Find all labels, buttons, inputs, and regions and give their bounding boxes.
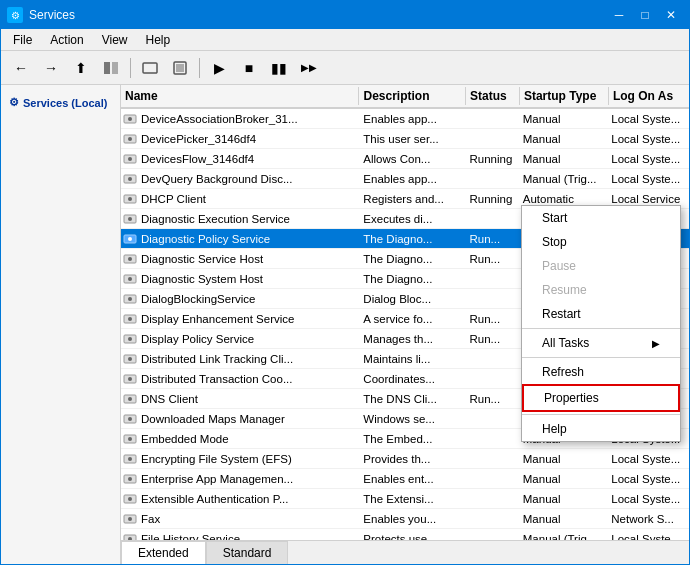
tabs-bar: Extended Standard [121, 540, 689, 564]
close-button[interactable]: ✕ [659, 5, 683, 25]
service-icon [121, 390, 139, 408]
restart-button[interactable]: ▶▶ [295, 55, 323, 81]
svg-point-44 [128, 497, 132, 501]
table-row[interactable]: Encrypting File System (EFS)Provides th.… [121, 449, 689, 469]
table-row[interactable]: DevicePicker_3146df4This user ser...Manu… [121, 129, 689, 149]
svg-point-12 [128, 177, 132, 181]
svg-point-14 [128, 197, 132, 201]
title-bar: ⚙ Services ─ □ ✕ [1, 1, 689, 29]
service-description: Windows se... [361, 413, 467, 425]
service-name: DHCP Client [139, 193, 361, 205]
context-menu-item-label: Start [542, 211, 567, 225]
forward-button[interactable]: → [37, 55, 65, 81]
context-menu-item-help[interactable]: Help [522, 417, 680, 441]
col-header-logon[interactable]: Log On As [609, 87, 689, 105]
col-header-name[interactable]: Name [121, 87, 359, 105]
table-row[interactable]: DevQuery Background Disc...Enables app..… [121, 169, 689, 189]
service-logon: Local Service [609, 193, 689, 205]
service-name: Encrypting File System (EFS) [139, 453, 361, 465]
context-menu-item-pause: Pause [522, 254, 680, 278]
col-header-startup[interactable]: Startup Type [520, 87, 609, 105]
service-description: The Diagno... [361, 253, 467, 265]
menu-help[interactable]: Help [138, 31, 179, 48]
svg-point-32 [128, 377, 132, 381]
service-name: DevicePicker_3146df4 [139, 133, 361, 145]
service-description: Executes di... [361, 213, 467, 225]
service-startup-type: Manual [521, 493, 610, 505]
context-menu-item-label: Resume [542, 283, 587, 297]
service-logon: Local Syste... [609, 113, 689, 125]
pause-button[interactable]: ▮▮ [265, 55, 293, 81]
service-startup-type: Manual [521, 473, 610, 485]
maximize-button[interactable]: □ [633, 5, 657, 25]
svg-point-40 [128, 457, 132, 461]
console2-button[interactable] [166, 55, 194, 81]
context-menu-item-label: Stop [542, 235, 567, 249]
service-name: DNS Client [139, 393, 361, 405]
service-status: Run... [467, 233, 520, 245]
svg-point-26 [128, 317, 132, 321]
service-icon [121, 250, 139, 268]
table-row[interactable]: File History ServiceProtects use...Manua… [121, 529, 689, 540]
col-header-status[interactable]: Status [466, 87, 520, 105]
service-icon [121, 230, 139, 248]
menu-file[interactable]: File [5, 31, 40, 48]
service-icon [121, 470, 139, 488]
service-startup-type: Automatic [521, 193, 610, 205]
col-header-desc[interactable]: Description [359, 87, 466, 105]
service-description: Manages th... [361, 333, 467, 345]
window-title: Services [29, 8, 75, 22]
sidebar-item-services-local[interactable]: ⚙ Services (Local) [5, 93, 116, 112]
svg-point-24 [128, 297, 132, 301]
stop-button[interactable]: ■ [235, 55, 263, 81]
service-description: Coordinates... [361, 373, 467, 385]
service-description: The Embed... [361, 433, 467, 445]
context-menu-item-restart[interactable]: Restart [522, 302, 680, 326]
service-description: Protects use... [361, 533, 467, 541]
table-row[interactable]: DeviceAssociationBroker_31...Enables app… [121, 109, 689, 129]
context-menu-item-refresh[interactable]: Refresh [522, 360, 680, 384]
play-button[interactable]: ▶ [205, 55, 233, 81]
service-startup-type: Manual (Trig... [521, 173, 610, 185]
svg-rect-1 [112, 62, 118, 74]
service-description: Maintains li... [361, 353, 467, 365]
service-startup-type: Manual [521, 133, 610, 145]
service-name: Embedded Mode [139, 433, 361, 445]
svg-point-8 [128, 137, 132, 141]
show-hide-button[interactable] [97, 55, 125, 81]
service-icon [121, 370, 139, 388]
context-menu-item-properties[interactable]: Properties [522, 384, 680, 412]
services-window: ⚙ Services ─ □ ✕ File Action View Help ←… [0, 0, 690, 565]
up-button[interactable]: ⬆ [67, 55, 95, 81]
service-name: DevicesFlow_3146df4 [139, 153, 361, 165]
service-status: Running [467, 193, 520, 205]
tab-standard[interactable]: Standard [206, 541, 289, 564]
menu-view[interactable]: View [94, 31, 136, 48]
svg-point-22 [128, 277, 132, 281]
table-row[interactable]: FaxEnables you...ManualNetwork S... [121, 509, 689, 529]
table-row[interactable]: DevicesFlow_3146df4Allows Con...RunningM… [121, 149, 689, 169]
service-icon [121, 290, 139, 308]
service-description: Enables app... [361, 113, 467, 125]
service-startup-type: Manual [521, 153, 610, 165]
table-row[interactable]: Extensible Authentication P...The Extens… [121, 489, 689, 509]
service-name: Display Policy Service [139, 333, 361, 345]
context-menu-item-start[interactable]: Start [522, 206, 680, 230]
svg-point-28 [128, 337, 132, 341]
table-row[interactable]: Enterprise App Managemen...Enables ent..… [121, 469, 689, 489]
service-name: Fax [139, 513, 361, 525]
context-menu-item-all-tasks[interactable]: All Tasks▶ [522, 331, 680, 355]
service-icon [121, 410, 139, 428]
console-button[interactable] [136, 55, 164, 81]
svg-point-6 [128, 117, 132, 121]
title-bar-left: ⚙ Services [7, 7, 75, 23]
service-description: A service fo... [361, 313, 467, 325]
back-button[interactable]: ← [7, 55, 35, 81]
menu-action[interactable]: Action [42, 31, 91, 48]
minimize-button[interactable]: ─ [607, 5, 631, 25]
tab-extended[interactable]: Extended [121, 541, 206, 564]
context-menu-item-label: All Tasks [542, 336, 589, 350]
svg-rect-4 [176, 64, 184, 72]
service-name: Enterprise App Managemen... [139, 473, 361, 485]
context-menu-item-stop[interactable]: Stop [522, 230, 680, 254]
